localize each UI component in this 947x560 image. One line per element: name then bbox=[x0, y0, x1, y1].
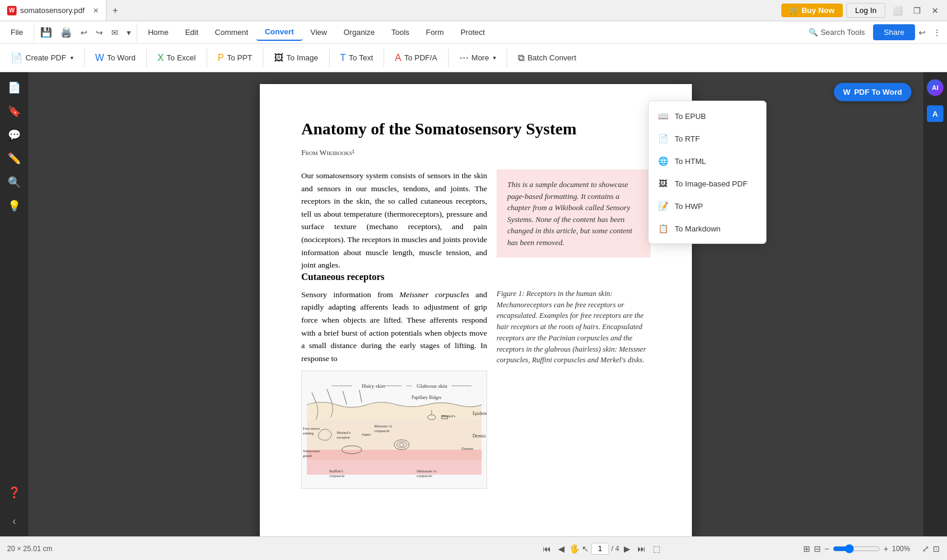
buy-now-button[interactable]: 🛒 Buy Now bbox=[781, 4, 843, 17]
view-options-button[interactable]: ⊞ bbox=[803, 544, 810, 553]
to-excel-button[interactable]: X To Excel bbox=[152, 49, 202, 67]
word-icon-badge: A bbox=[927, 105, 943, 122]
image-pdf-icon: 🖼 bbox=[657, 178, 669, 189]
sidebar-comment-icon[interactable]: 💬 bbox=[4, 124, 25, 146]
page-separator: / 4 bbox=[611, 545, 619, 553]
image-icon: 🖼 bbox=[274, 53, 284, 63]
svg-text:receptor: receptor bbox=[337, 435, 350, 439]
to-pdfa-button[interactable]: A To PDF/A bbox=[389, 49, 443, 67]
more-dropdown: 📖 To EPUB 📄 To RTF 🌐 To HTML 🖼 To Image-… bbox=[648, 101, 766, 244]
more-icon: ⋯ bbox=[459, 52, 469, 63]
login-button[interactable]: Log In bbox=[846, 3, 885, 18]
menu-form[interactable]: Form bbox=[418, 24, 452, 40]
batch-convert-button[interactable]: ⧉ Batch Convert bbox=[512, 49, 582, 67]
page-subtitle: From Wikibooks¹ bbox=[301, 148, 650, 157]
share-button[interactable]: Share bbox=[873, 24, 915, 40]
rtf-icon: 📄 bbox=[657, 133, 669, 144]
nav-back-button[interactable]: ↩ bbox=[915, 28, 929, 37]
dropdown-item-hwp[interactable]: 📝 To HWP bbox=[649, 195, 766, 217]
page-layout-button[interactable]: ⊟ bbox=[814, 544, 821, 553]
create-pdf-icon: 📄 bbox=[11, 52, 22, 63]
minimize-button[interactable]: ⬜ bbox=[889, 6, 906, 15]
to-text-button[interactable]: T To Text bbox=[334, 49, 379, 67]
to-word-button[interactable]: W To Word bbox=[89, 49, 141, 67]
cursor-icon: 🖐 bbox=[569, 544, 579, 553]
first-page-button[interactable]: ⏮ bbox=[540, 543, 553, 555]
redo-button[interactable]: ↪ bbox=[92, 28, 107, 37]
sidebar-help-icon[interactable]: ❓ bbox=[4, 482, 25, 503]
tab-title: somatosensory.pdf bbox=[20, 6, 85, 15]
skin-diagram: Hairy skin Glabrous skin Papillary Ridge… bbox=[301, 371, 487, 489]
dropdown-item-epub[interactable]: 📖 To EPUB bbox=[649, 105, 766, 127]
settings-button[interactable]: ⋮ bbox=[929, 28, 945, 37]
menu-view[interactable]: View bbox=[302, 24, 336, 40]
menu-comment[interactable]: Comment bbox=[207, 24, 256, 40]
print-button[interactable]: 🖨️ bbox=[57, 27, 76, 38]
undo-button[interactable]: ↩ bbox=[77, 28, 91, 37]
dropdown-item-rtf[interactable]: 📄 To RTF bbox=[649, 127, 766, 150]
menu-home[interactable]: Home bbox=[140, 24, 177, 40]
file-button[interactable]: File bbox=[5, 25, 29, 39]
svg-text:ending: ending bbox=[303, 432, 314, 436]
svg-text:Epidermis: Epidermis bbox=[472, 411, 487, 416]
page-title: Anatomy of the Somatosensory System bbox=[301, 120, 650, 139]
page-container[interactable]: Anatomy of the Somatosensory System From… bbox=[28, 72, 923, 536]
menu-organize[interactable]: Organize bbox=[335, 24, 383, 40]
svg-text:corpuscle: corpuscle bbox=[329, 474, 344, 478]
zoom-in-button[interactable]: + bbox=[884, 544, 888, 553]
tab-close-icon[interactable]: ✕ bbox=[93, 7, 99, 15]
menu-edit[interactable]: Edit bbox=[177, 24, 207, 40]
sidebar-collapse-icon[interactable]: ‹ bbox=[4, 510, 25, 532]
dimensions-label: 20 × 25.01 cm bbox=[7, 545, 52, 553]
menu-tools[interactable]: Tools bbox=[383, 24, 417, 40]
dropdown-item-markdown[interactable]: 📋 To Markdown bbox=[649, 217, 766, 240]
to-ppt-button[interactable]: P To PPT bbox=[212, 49, 258, 67]
close-button[interactable]: ✕ bbox=[928, 6, 942, 15]
sidebar-search-icon[interactable]: 🔍 bbox=[4, 172, 25, 193]
last-page-button[interactable]: ⏭ bbox=[635, 543, 648, 555]
restore-button[interactable]: ❐ bbox=[910, 6, 925, 15]
zoom-slider[interactable] bbox=[833, 544, 880, 553]
sidebar-page-icon[interactable]: 📄 bbox=[4, 77, 25, 98]
more-button[interactable]: ⋯ More bbox=[453, 49, 503, 67]
word-ai-icon[interactable]: A bbox=[925, 103, 946, 124]
active-tab[interactable]: W somatosensory.pdf ✕ bbox=[0, 0, 107, 21]
svg-line-9 bbox=[343, 391, 347, 405]
dropdown-item-image-pdf[interactable]: 🖼 To Image-based PDF bbox=[649, 172, 766, 195]
svg-text:Sebaceous: Sebaceous bbox=[303, 449, 320, 453]
hwp-icon: 📝 bbox=[657, 200, 669, 212]
sidebar-annotation-icon[interactable]: ✏️ bbox=[4, 148, 25, 169]
excel-icon: X bbox=[157, 53, 164, 63]
new-tab-button[interactable]: + bbox=[107, 5, 124, 16]
pdf-to-word-badge[interactable]: W PDF To Word bbox=[834, 83, 911, 101]
sidebar-bookmark-icon[interactable]: 🔖 bbox=[4, 101, 25, 122]
save-button[interactable]: 💾 bbox=[37, 27, 56, 38]
prev-page-button[interactable]: ◀ bbox=[556, 543, 567, 555]
html-icon: 🌐 bbox=[657, 155, 669, 167]
convert-toolbar: 📄 Create PDF W To Word X To Excel P To P… bbox=[0, 44, 947, 72]
page-input[interactable] bbox=[591, 543, 609, 555]
svg-text:corpuscle: corpuscle bbox=[374, 429, 389, 433]
fit-width-button[interactable]: ⤢ bbox=[922, 544, 929, 553]
expand-button[interactable]: ⊡ bbox=[933, 544, 940, 553]
search-tools-button[interactable]: 🔍 Search Tools bbox=[800, 24, 873, 40]
dropdown-arrow[interactable]: ▾ bbox=[123, 28, 134, 37]
svg-line-10 bbox=[359, 390, 362, 403]
left-sidebar: 📄 🔖 💬 ✏️ 🔍 💡 ❓ ‹ bbox=[0, 72, 28, 536]
sidebar-tools-icon[interactable]: 💡 bbox=[4, 195, 25, 217]
word-icon: W bbox=[95, 53, 104, 63]
dropdown-item-html[interactable]: 🌐 To HTML bbox=[649, 150, 766, 172]
to-image-button[interactable]: 🖼 To Image bbox=[268, 49, 324, 67]
ai-assistant-icon[interactable]: AI bbox=[925, 77, 946, 98]
fit-page-button[interactable]: ⬚ bbox=[650, 543, 663, 555]
svg-text:Papillary Ridges: Papillary Ridges bbox=[412, 395, 442, 400]
create-pdf-button[interactable]: 📄 Create PDF bbox=[5, 49, 79, 67]
zoom-out-button[interactable]: − bbox=[824, 544, 829, 553]
body-paragraph-2: Sensory information from Meissner corpus… bbox=[301, 288, 487, 365]
svg-text:Merkel's: Merkel's bbox=[442, 414, 456, 418]
email-button[interactable]: ✉ bbox=[108, 28, 122, 37]
menu-convert[interactable]: Convert bbox=[256, 24, 302, 41]
batch-icon: ⧉ bbox=[518, 53, 524, 63]
menu-protect[interactable]: Protect bbox=[452, 24, 493, 40]
next-page-button[interactable]: ▶ bbox=[621, 543, 633, 555]
